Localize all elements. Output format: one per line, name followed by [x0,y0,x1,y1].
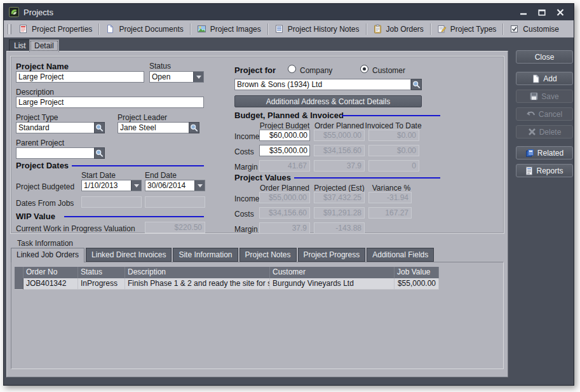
project-leader-label: Project Leader [118,113,167,122]
delete-button-label: Delete [539,128,562,137]
table-row[interactable]: JOB401342 InProgress Finish Phase 1 & 2 … [15,278,439,290]
budget-income-invoiced-field: $0.00 [368,130,419,141]
customer-lookup-button[interactable] [411,79,422,90]
cell-status: InProgress [78,278,125,290]
job-orders-icon [373,24,382,34]
tab-list[interactable]: List [9,39,31,51]
wip-label: Current Work in Progress Valuation [16,224,135,233]
toolbar-label: Project Images [210,25,261,34]
reports-button[interactable]: Reports [516,164,573,177]
date-dropdown-button[interactable] [131,180,141,191]
add-document-icon [532,74,540,83]
values-costs-label: Costs [234,210,254,219]
toolbar-job-orders[interactable]: Job Orders [368,22,428,36]
magnifier-icon [190,124,198,132]
tab-project-progress[interactable]: Project Progress [298,248,366,262]
toolbar-separator [502,24,503,35]
toolbar-separator [267,24,268,35]
delete-button: Delete [516,125,573,139]
maximize-icon[interactable] [537,8,546,16]
values-col-header: Variance % [364,184,419,193]
values-costs-variance-field: 167.27 [368,207,412,219]
task-tabs: Linked Job Orders Linked Direct Invoices… [11,248,434,262]
budget-col-header: Project Budget [257,121,312,130]
toolbar-project-documents[interactable]: Project Documents [101,22,187,36]
tab-linked-job-orders[interactable]: Linked Job Orders [11,248,84,262]
tab-additional-fields[interactable]: Additional Fields [367,248,434,262]
project-leader-input[interactable] [118,122,189,133]
toolbar-label: Customise [523,25,559,34]
project-type-input[interactable] [16,122,95,133]
tab-detail[interactable]: Detail [29,39,59,52]
section-rule [72,165,204,166]
budget-margin-project-budget-field: 41.67 [259,160,310,172]
related-button[interactable]: Related [516,146,573,159]
values-margin-order-planned-field: 37.9 [259,222,310,234]
project-images-icon [197,24,206,34]
toolbar-label: Project Properties [32,25,92,34]
app-icon [9,7,19,17]
toolbar-project-history-notes[interactable]: Project History Notes [270,22,364,36]
customer-input[interactable] [234,79,411,90]
budgeted-end-date-picker[interactable]: 30/06/2014 [145,180,205,191]
row-indicator [15,278,24,290]
grid-header-indicator [15,267,24,278]
grid-header-description[interactable]: Description [125,267,270,278]
save-button-label: Save [541,92,558,101]
toolbar-project-properties[interactable]: Project Properties [14,22,97,36]
cancel-button-label: Cancel [539,110,562,119]
chevron-down-icon [196,76,201,79]
toolbar-separator [430,24,431,35]
grid-header-order-no[interactable]: Order No [24,267,78,278]
budget-costs-project-budget-input[interactable] [259,145,310,156]
tab-linked-direct-invoices[interactable]: Linked Direct Invoices [86,248,172,262]
grid-header-job-value[interactable]: Job Value [395,267,439,278]
from-jobs-start-date-field [81,196,142,208]
parent-project-lookup-button[interactable] [94,147,105,159]
toolbar-customise[interactable]: Customise [505,22,563,36]
title-bar: Projects [4,4,574,20]
status-dropdown[interactable]: Open [149,71,204,83]
customer-radio[interactable] [360,65,368,73]
grid-header-status[interactable]: Status [78,267,125,278]
toolbar: Project Properties Project Documents Pro… [4,20,574,37]
budgeted-start-date-picker[interactable]: 1/10/2013 [81,180,142,191]
reports-icon [525,166,533,175]
values-margin-projected-field: -143.88 [314,222,365,234]
values-income-order-planned-field: $55,000.00 [259,192,310,203]
chevron-down-icon [198,184,203,187]
grid-header-customer[interactable]: Customer [270,267,395,278]
status-dropdown-button[interactable] [193,72,203,82]
close-button[interactable]: Close [516,50,573,64]
wip-value-field: $220.50 [145,222,205,233]
detail-tab-page: Project Name Status Open Description Pro… [6,51,508,377]
description-input[interactable] [16,97,204,108]
start-date-header: Start Date [81,171,116,180]
customise-checkbox-icon [509,24,519,34]
project-name-input[interactable] [16,71,144,83]
additional-address-button[interactable]: Additional Address & Contact Details [234,95,422,107]
project-leader-lookup-button[interactable] [189,122,199,133]
close-icon[interactable] [556,8,565,16]
budget-title: Budget, Planned & Invoiced [234,111,344,120]
date-dropdown-button[interactable] [194,180,205,191]
company-radio[interactable] [288,65,296,73]
grid-header-row: Order No Status Description Customer Job… [15,267,439,278]
project-type-label: Project Type [16,113,58,122]
project-type-lookup-button[interactable] [94,122,105,133]
minimize-icon[interactable] [519,8,528,16]
budget-income-project-budget-input[interactable] [259,130,310,141]
tab-project-notes[interactable]: Project Notes [239,248,297,262]
parent-project-input[interactable] [16,147,95,159]
related-icon [525,149,534,158]
project-types-icon [437,24,447,34]
toolbar-project-images[interactable]: Project Images [192,22,266,36]
budget-income-order-planned-field: $55,000.00 [314,130,365,141]
dates-from-jobs-label: Dates From Jobs [16,199,74,208]
toolbar-grip[interactable] [8,24,11,34]
tab-site-information[interactable]: Site Information [173,248,238,262]
add-button[interactable]: Add [516,72,573,85]
cancel-button: Cancel [516,107,573,121]
toolbar-project-types[interactable]: Project Types [433,22,501,36]
end-date-header: End Date [145,171,177,180]
